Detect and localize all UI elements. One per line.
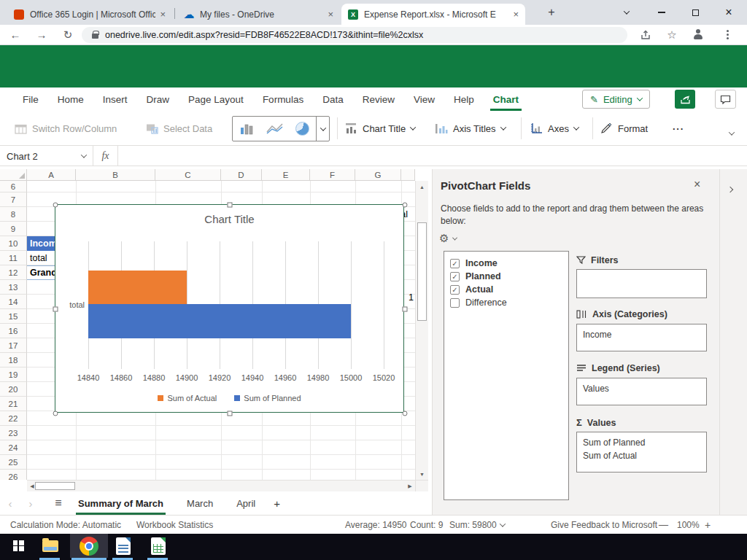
scroll-up-icon[interactable]: ▲ xyxy=(416,181,428,192)
ribbon-tab-view[interactable]: View xyxy=(404,88,444,111)
scroll-down-icon[interactable]: ▼ xyxy=(416,468,428,480)
sheet-tab-summary-of-march[interactable]: Summary of March xyxy=(76,491,166,515)
row-header-18[interactable]: 18 xyxy=(0,353,27,368)
close-tab-icon[interactable]: × xyxy=(160,9,166,20)
ribbon-tab-formulas[interactable]: Formulas xyxy=(253,88,313,111)
add-sheet-button[interactable]: + xyxy=(274,497,280,510)
values-item-sum-of-planned[interactable]: Sum of Planned xyxy=(583,436,706,449)
pivot-chart[interactable]: Chart Title total Sum of ActualSum of Pl… xyxy=(55,204,404,413)
values-item-sum-of-actual[interactable]: Sum of Actual xyxy=(583,449,706,462)
new-tab-button[interactable]: + xyxy=(543,4,560,20)
horizontal-scroll-thumb[interactable] xyxy=(35,482,75,490)
row-header-19[interactable]: 19 xyxy=(0,368,27,382)
ribbon-tab-insert[interactable]: Insert xyxy=(93,88,137,111)
chrome-button[interactable] xyxy=(70,534,108,558)
more-commands-button[interactable]: ··· xyxy=(673,111,684,146)
ribbon-tab-page-layout[interactable]: Page Layout xyxy=(179,88,253,111)
filters-box[interactable] xyxy=(576,269,707,298)
select-all-corner[interactable] xyxy=(0,169,27,181)
scroll-right-icon[interactable]: ▶ xyxy=(405,481,415,491)
column-chart-type-button[interactable] xyxy=(233,117,260,141)
legend-series-box[interactable]: Values xyxy=(576,378,707,405)
row-header-21[interactable]: 21 xyxy=(0,397,27,411)
line-chart-type-button[interactable] xyxy=(260,117,288,141)
vertical-scrollbar[interactable]: ▲ ▼ xyxy=(415,181,428,480)
file-explorer-button[interactable] xyxy=(38,534,63,558)
zoom-level[interactable]: 100% xyxy=(677,516,700,534)
row-header-14[interactable]: 14 xyxy=(0,295,27,309)
calc-mode-status[interactable]: Calculation Mode: Automatic xyxy=(10,516,121,534)
horizontal-scrollbar[interactable]: ◀ ▶ xyxy=(27,480,415,491)
formula-input[interactable] xyxy=(118,146,747,166)
column-header-G[interactable]: G xyxy=(355,169,401,181)
zoom-out-button[interactable]: — xyxy=(659,516,668,534)
sheet-list-icon[interactable]: ≡ xyxy=(51,497,66,510)
feedback-link[interactable]: Give Feedback to Microsoft xyxy=(551,516,657,534)
window-restore-button[interactable] xyxy=(680,0,711,25)
field-item-planned[interactable]: ✓Planned xyxy=(444,270,568,283)
sheet-tab-april[interactable]: April xyxy=(234,491,258,515)
values-box[interactable]: Sum of PlannedSum of Actual xyxy=(576,432,707,472)
close-tab-icon[interactable]: × xyxy=(513,9,519,20)
browser-menu-icon[interactable] xyxy=(718,25,737,44)
axis-categories-box[interactable]: Income xyxy=(576,324,707,351)
row-header-10[interactable]: 10 xyxy=(0,236,27,251)
zoom-in-button[interactable]: + xyxy=(705,516,711,534)
share-page-icon[interactable] xyxy=(636,25,655,44)
ribbon-tab-draw[interactable]: Draw xyxy=(137,88,179,111)
collapse-ribbon-icon[interactable] xyxy=(729,111,734,146)
ribbon-tab-home[interactable]: Home xyxy=(48,88,93,111)
column-header-F[interactable]: F xyxy=(310,169,355,181)
chart-resize-handle[interactable] xyxy=(403,411,408,416)
row-header-20[interactable]: 20 xyxy=(0,382,27,397)
column-header-D[interactable]: D xyxy=(221,169,262,181)
row-header-17[interactable]: 17 xyxy=(0,338,27,353)
ribbon-tab-review[interactable]: Review xyxy=(353,88,404,111)
comments-button[interactable] xyxy=(715,90,736,109)
format-button[interactable]: Format xyxy=(600,111,648,146)
chart-bar-sum-of-actual[interactable] xyxy=(88,271,187,304)
row-header-22[interactable]: 22 xyxy=(0,411,27,426)
row-header-25[interactable]: 25 xyxy=(0,455,27,470)
checkbox-actual[interactable]: ✓ xyxy=(450,285,460,295)
bookmark-star-icon[interactable]: ☆ xyxy=(662,25,681,44)
window-minimize-button[interactable] xyxy=(646,0,677,25)
row-header-8[interactable]: 8 xyxy=(0,207,27,222)
sheet-tab-march[interactable]: March xyxy=(185,491,215,515)
chart-resize-handle[interactable] xyxy=(403,307,408,312)
row-header-23[interactable]: 23 xyxy=(0,426,27,440)
chart-resize-handle[interactable] xyxy=(53,411,58,416)
axes-button[interactable]: Axes xyxy=(530,111,578,146)
calc-button[interactable] xyxy=(146,534,171,558)
tab-search-chevron-icon[interactable] xyxy=(611,0,642,25)
editing-mode-button[interactable]: ✎ Editing xyxy=(582,90,650,109)
expand-panel-chevron-icon[interactable] xyxy=(728,184,732,194)
row-header-26[interactable]: 26 xyxy=(0,470,27,480)
chart-resize-handle[interactable] xyxy=(228,411,233,416)
close-tab-icon[interactable]: × xyxy=(328,9,333,20)
start-button[interactable] xyxy=(6,534,31,558)
browser-tab-excel-active[interactable]: X Expense Report.xlsx - Microsoft E × xyxy=(341,4,525,25)
chart-resize-handle[interactable] xyxy=(228,203,233,208)
status-count[interactable]: Count: 9 xyxy=(410,516,443,534)
chart-resize-handle[interactable] xyxy=(53,307,58,312)
chart-bar-sum-of-planned[interactable] xyxy=(88,304,351,338)
profile-avatar-icon[interactable] xyxy=(689,25,708,44)
row-header-12[interactable]: 12 xyxy=(0,265,27,280)
url-field[interactable]: onedrive.live.com/edit.aspx?resid=FDB8F4… xyxy=(82,27,627,43)
panel-close-icon[interactable]: × xyxy=(694,178,700,191)
workbook-statistics-button[interactable]: Workbook Statistics xyxy=(136,516,213,534)
ribbon-tab-help[interactable]: Help xyxy=(444,88,484,111)
forward-icon[interactable]: → xyxy=(32,25,51,44)
ribbon-tab-data[interactable]: Data xyxy=(313,88,353,111)
axis-titles-button[interactable]: Axis Titles xyxy=(435,111,506,146)
chart-resize-handle[interactable] xyxy=(403,203,408,208)
axis-item[interactable]: Income xyxy=(583,328,706,341)
chart-title-button[interactable]: Chart Title xyxy=(344,111,415,146)
column-header-E[interactable]: E xyxy=(262,169,310,181)
reload-icon[interactable]: ↻ xyxy=(58,25,77,44)
fx-icon[interactable]: fx xyxy=(93,146,118,166)
row-header-9[interactable]: 9 xyxy=(0,222,27,236)
ribbon-tab-file[interactable]: File xyxy=(13,88,48,111)
pie-chart-type-button[interactable] xyxy=(288,117,316,141)
